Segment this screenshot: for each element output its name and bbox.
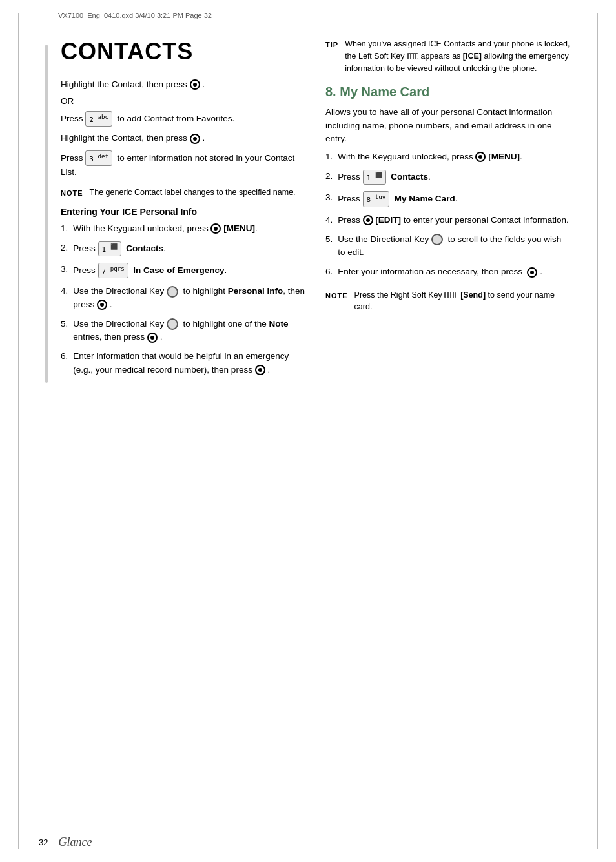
mnc-step-6: 6. Enter your information as necessary, … [325,265,571,278]
circle-icon-4 [97,300,107,310]
directional-icon-2 [167,318,178,330]
note-text-1: The generic Contact label changes to the… [90,187,296,199]
brand-logo: Glance [58,836,92,849]
page-title: CONTACTS [61,38,306,65]
key-1-ice: 1 ⬛ [98,241,121,256]
right-column: TIP When you've assigned ICE Contacts an… [325,38,571,383]
intro-step-3: Highlight the Contact, then press . [61,132,306,145]
circle-button-icon-2 [190,134,200,144]
circle-icon-mnc-1 [475,152,486,162]
soft-key-icon-right [444,292,456,298]
ice-steps-list: 1. With the Keyguard unlocked, press [ME… [61,222,306,376]
or-divider: OR [61,96,306,106]
note-label-1: NOTE [61,188,83,199]
note-label-mnc: NOTE [325,291,348,314]
my-name-card-steps: 1. With the Keyguard unlocked, press [ME… [325,150,571,279]
ice-step-4: 4. Use the Directional Key to highlight … [61,285,306,311]
ice-step-5: 5. Use the Directional Key to highlight … [61,318,306,344]
key-3def: 3 def [85,150,112,166]
circle-icon-mnc-6 [527,267,537,278]
circle-icon-mnc-4 [363,215,373,225]
mnc-step-4: 4. Press [EDIT] to enter your personal C… [325,214,571,227]
my-name-card-heading: 8. My Name Card [325,85,571,99]
key-8tuv: 8 tuv [363,191,390,207]
mnc-step-1: 1. With the Keyguard unlocked, press [ME… [325,150,571,163]
ice-step-1: 1. With the Keyguard unlocked, press [ME… [61,222,306,235]
my-name-card-section: 8. My Name Card Allows you to have all o… [325,85,571,313]
section-num: 8. [325,85,340,99]
tip-block: TIP When you've assigned ICE Contacts an… [325,38,571,74]
circle-button-icon [190,79,200,90]
soft-key-icon-left [407,53,418,59]
key-2abc: 2 abc [85,111,112,127]
left-column: CONTACTS Highlight the Contact, then pre… [61,38,306,383]
page-footer: 32 Glance [39,836,92,849]
left-accent [45,45,48,383]
key-1-mnc: 1 ⬛ [363,170,386,185]
directional-icon-mnc [431,234,443,245]
my-name-card-intro: Allows you to have all of your personal … [325,106,571,145]
ice-step-3: 3. Press 7 pqrs In Case of Emergency. [61,263,306,278]
page-header: VX7100_Eng_0410.qxd 3/4/10 3:21 PM Page … [32,6,584,25]
mnc-step-3: 3. Press 8 tuv My Name Card. [325,191,571,207]
mnc-step-2: 2. Press 1 ⬛ Contacts. [325,170,571,185]
circle-icon-5 [147,333,158,343]
circle-icon-menu-1 [210,223,221,234]
ice-section: Entering Your ICE Personal Info 1. With … [61,207,306,376]
intro-step-4: Press 3 def to enter information not sto… [61,150,306,179]
mnc-step-5: 5. Use the Directional Key to scroll to … [325,233,571,260]
key-7pqrs: 7 pqrs [98,263,128,278]
ice-section-heading: Entering Your ICE Personal Info [61,207,306,217]
page-number: 32 [39,837,48,847]
note-block-1: NOTE The generic Contact label changes t… [61,187,306,199]
ice-step-6: 6. Enter information that would be helpf… [61,350,306,376]
intro-step-1: Highlight the Contact, then press . [61,78,306,91]
tip-label: TIP [325,39,338,74]
directional-icon-1 [167,286,178,298]
ice-step-2: 2. Press 1 ⬛ Contacts. [61,241,306,256]
header-text: VX7100_Eng_0410.qxd 3/4/10 3:21 PM Page … [58,12,212,19]
note-text-mnc: Press the Right Soft Key [Send] to send … [354,289,571,314]
note-block-mnc: NOTE Press the Right Soft Key [Send] to … [325,289,571,314]
intro-step-2: Press 2 abc to add Contact from Favorite… [61,111,306,127]
circle-icon-6 [255,365,265,375]
tip-text: When you've assigned ICE Contacts and yo… [345,38,571,74]
